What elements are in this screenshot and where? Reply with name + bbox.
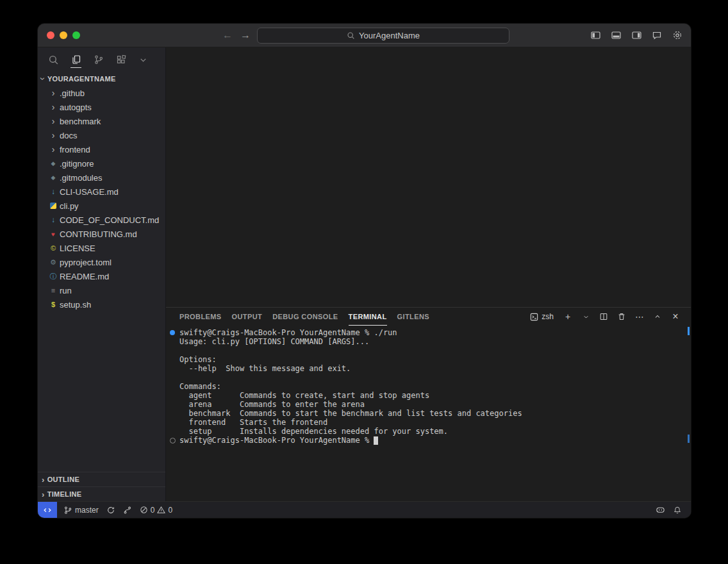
source-control-view-button[interactable]: [93, 52, 104, 67]
chat-bubble-icon: [652, 30, 662, 40]
tab-problems[interactable]: PROBLEMS: [179, 308, 222, 326]
terminal-line: [179, 346, 683, 355]
tree-item-gitmodules[interactable]: ◆ .gitmodules: [38, 170, 165, 185]
maximize-panel-button[interactable]: [651, 310, 664, 323]
terminal-shell-selector[interactable]: zsh: [529, 312, 554, 322]
tree-item-cli-py[interactable]: cli.py: [38, 199, 165, 213]
sync-status-item[interactable]: [103, 502, 119, 518]
license-icon: ©: [48, 244, 58, 252]
problems-status-item[interactable]: 0 0: [136, 502, 176, 518]
panel-actions: zsh +: [529, 310, 682, 323]
tree-item-readme[interactable]: ⓘ README.md: [38, 269, 165, 283]
chevron-right-icon: ›: [48, 102, 58, 112]
tree-item-docs[interactable]: › docs: [38, 128, 165, 142]
extensions-view-button[interactable]: [115, 52, 126, 67]
sync-icon: [106, 506, 115, 515]
tree-item-label: CODE_OF_CONDUCT.md: [60, 215, 159, 225]
shell-label: zsh: [542, 312, 554, 321]
tree-item-cli-usage[interactable]: ↓ CLI-USAGE.md: [38, 185, 165, 199]
chevron-down-icon: ›: [38, 78, 48, 81]
close-panel-button[interactable]: ×: [669, 310, 682, 323]
python-icon: [50, 203, 56, 209]
tree-item-run[interactable]: ≡ run: [38, 283, 165, 297]
panel-more-actions-button[interactable]: ⋯: [633, 310, 646, 323]
kill-terminal-button[interactable]: [615, 310, 628, 323]
search-icon: [48, 54, 59, 65]
command-decoration-success[interactable]: [170, 330, 175, 335]
toggle-primary-sidebar-button[interactable]: [588, 28, 602, 42]
tree-item-license[interactable]: © LICENSE: [38, 241, 165, 255]
close-window-button[interactable]: [47, 31, 54, 39]
tab-terminal[interactable]: TERMINAL: [349, 308, 387, 326]
chevron-down-icon: [138, 55, 148, 65]
main-area: › YOURAGENTNAME › .github › autogpts › b…: [38, 47, 691, 501]
zoom-window-button[interactable]: [72, 31, 80, 39]
source-control-graph-item[interactable]: [119, 502, 136, 518]
chevron-down-icon: [583, 313, 590, 320]
forward-icon[interactable]: →: [240, 29, 251, 41]
toggle-secondary-sidebar-button[interactable]: [629, 28, 643, 42]
remote-indicator[interactable]: [38, 502, 57, 518]
tree-item-github[interactable]: › .github: [38, 86, 165, 100]
terminal-icon: [529, 312, 539, 322]
terminal-line: frontend Starts the frontend: [179, 418, 683, 427]
tab-debug-console[interactable]: DEBUG CONSOLE: [272, 308, 338, 326]
tree-item-contributing[interactable]: ♥ CONTRIBUTING.md: [38, 227, 165, 241]
explorer-view-button[interactable]: [70, 52, 81, 68]
command-center-search[interactable]: YourAgentName: [257, 28, 509, 44]
tree-item-benchmark[interactable]: › benchmark: [38, 114, 165, 128]
tab-gitlens[interactable]: GITLENS: [397, 308, 429, 326]
tree-item-label: CONTRIBUTING.md: [60, 229, 137, 239]
tree-item-frontend[interactable]: › frontend: [38, 142, 165, 156]
error-icon: [140, 506, 148, 514]
tree-item-pyproject[interactable]: ⚙ pyproject.toml: [38, 255, 165, 269]
command-decoration-prompt[interactable]: [170, 438, 176, 444]
terminal-profile-dropdown-button[interactable]: [579, 310, 592, 323]
layout-panel-icon: [611, 30, 622, 40]
settings-button[interactable]: [670, 28, 684, 42]
timeline-section[interactable]: › TIMELINE: [38, 486, 165, 501]
tree-item-label: .github: [60, 88, 85, 98]
git-branch-icon: [63, 506, 72, 515]
statusbar: master 0 0: [38, 501, 691, 518]
branch-status-item[interactable]: master: [60, 502, 103, 518]
files-icon: [71, 54, 81, 65]
chat-button[interactable]: [650, 28, 664, 42]
warning-icon: [157, 506, 165, 514]
markdown-icon: ↓: [48, 215, 58, 224]
layout-sidebar-left-icon: [590, 30, 601, 40]
tree-item-code-of-conduct[interactable]: ↓ CODE_OF_CONDUCT.md: [38, 213, 165, 227]
back-icon[interactable]: ←: [222, 29, 233, 41]
traffic-lights: [47, 31, 80, 39]
source-control-icon: [94, 54, 104, 65]
terminal-line: swifty@Craigs-MacBook-Pro YourAgentName …: [179, 436, 683, 445]
new-terminal-button[interactable]: +: [561, 310, 574, 323]
gear-icon: ⚙: [48, 258, 58, 267]
chevron-right-icon: ›: [48, 88, 58, 98]
minimize-window-button[interactable]: [60, 31, 67, 39]
search-view-button[interactable]: [48, 52, 59, 67]
terminal-line: [179, 373, 683, 382]
tree-item-label: pyproject.toml: [60, 258, 112, 267]
root-folder-label: YOURAGENTNAME: [47, 75, 116, 83]
split-terminal-button[interactable]: [597, 310, 610, 323]
outline-section[interactable]: › OUTLINE: [38, 472, 165, 486]
markdown-icon: ↓: [48, 187, 58, 196]
tree-item-label: README.md: [60, 272, 109, 281]
copilot-status-item[interactable]: [652, 505, 669, 515]
more-views-button[interactable]: [138, 52, 149, 67]
explorer-root-folder[interactable]: › YOURAGENTNAME: [38, 72, 165, 86]
tree-item-setup-sh[interactable]: $ setup.sh: [38, 297, 165, 311]
git-file-icon: ◆: [48, 160, 58, 167]
tree-item-gitignore[interactable]: ◆ .gitignore: [38, 156, 165, 170]
tab-output[interactable]: OUTPUT: [232, 308, 263, 326]
terminal-output[interactable]: swifty@Craigs-MacBook-Pro YourAgentName …: [166, 326, 691, 501]
tree-item-label: .gitignore: [60, 159, 94, 169]
toggle-panel-button[interactable]: [609, 28, 623, 42]
terminal-line: Options:: [179, 355, 683, 364]
notifications-item[interactable]: [669, 506, 686, 515]
gear-icon: [672, 30, 682, 40]
terminal-line: benchmark Commands to start the benchmar…: [179, 409, 683, 418]
tree-item-autogpts[interactable]: › autogpts: [38, 100, 165, 114]
editor-area[interactable]: [166, 47, 691, 307]
